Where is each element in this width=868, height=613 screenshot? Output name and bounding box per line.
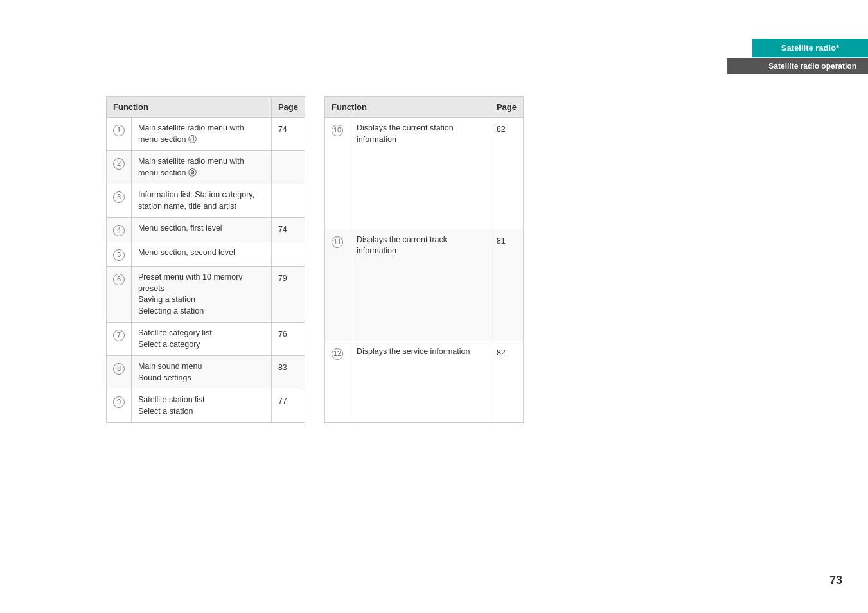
row-number: 1: [107, 118, 132, 151]
row-page: [271, 184, 305, 218]
row-number: 4: [107, 218, 132, 242]
row-function: Main satellite radio menu with menu sect…: [132, 151, 272, 184]
row-function: Preset menu with 10 memory presetsSaving…: [132, 267, 272, 323]
row-page: 82: [490, 118, 523, 229]
table-row: 12Displays the service information82: [325, 341, 524, 422]
table-row: 7Satellite category listSelect a categor…: [107, 323, 305, 356]
left-function-header: Function: [107, 97, 272, 118]
table-row: 1Main satellite radio menu with menu sec…: [107, 118, 305, 151]
row-function: Displays the current station information: [350, 118, 490, 229]
row-number: 3: [107, 184, 132, 218]
table-row: 10Displays the current station informati…: [325, 118, 524, 229]
row-page: 83: [271, 356, 305, 389]
row-page: 74: [271, 218, 305, 242]
table-row: 4Menu section, first level74: [107, 218, 305, 242]
table-row: 6Preset menu with 10 memory presetsSavin…: [107, 267, 305, 323]
row-function: Satellite category listSelect a category: [132, 323, 272, 356]
table-row: 2Main satellite radio menu with menu sec…: [107, 151, 305, 184]
row-number: 8: [107, 356, 132, 389]
row-page: 82: [490, 341, 523, 422]
row-page: [271, 151, 305, 184]
row-function: Menu section, second level: [132, 242, 272, 267]
row-number: 12: [325, 341, 350, 422]
table-row: 5Menu section, second level: [107, 242, 305, 267]
row-function: Displays the current track information: [350, 229, 490, 341]
row-function: Information list: Station category, stat…: [132, 184, 272, 218]
table-row: 11Displays the current track information…: [325, 229, 524, 341]
tab-satellite-radio: Satellite radio*: [752, 39, 868, 57]
right-page-header: Page: [490, 97, 523, 118]
left-function-table: Function Page 1Main satellite radio menu…: [106, 96, 305, 423]
right-function-header: Function: [325, 97, 490, 118]
row-function: Displays the service information: [350, 341, 490, 422]
row-page: 77: [271, 389, 305, 423]
table-row: 9Satellite station listSelect a station7…: [107, 389, 305, 423]
header-tabs: Satellite radio* Satellite radio operati…: [727, 39, 868, 74]
right-function-table: Function Page 10Displays the current sta…: [324, 96, 524, 423]
row-number: 11: [325, 229, 350, 341]
row-page: 81: [490, 229, 523, 341]
row-number: 6: [107, 267, 132, 323]
left-page-header: Page: [271, 97, 305, 118]
table-row: 3Information list: Station category, sta…: [107, 184, 305, 218]
row-function: Main sound menuSound settings: [132, 356, 272, 389]
row-page: 74: [271, 118, 305, 151]
row-number: 5: [107, 242, 132, 267]
row-number: 9: [107, 389, 132, 423]
row-page: [271, 242, 305, 267]
row-page: 76: [271, 323, 305, 356]
row-number: 7: [107, 323, 132, 356]
main-content: Function Page 1Main satellite radio menu…: [106, 96, 524, 423]
row-number: 2: [107, 151, 132, 184]
tab-operation: Satellite radio operation: [727, 58, 868, 74]
row-page: 79: [271, 267, 305, 323]
row-function: Menu section, first level: [132, 218, 272, 242]
page-number: 73: [829, 574, 842, 587]
row-function: Main satellite radio menu with menu sect…: [132, 118, 272, 151]
table-row: 8Main sound menuSound settings83: [107, 356, 305, 389]
row-function: Satellite station listSelect a station: [132, 389, 272, 423]
row-number: 10: [325, 118, 350, 229]
